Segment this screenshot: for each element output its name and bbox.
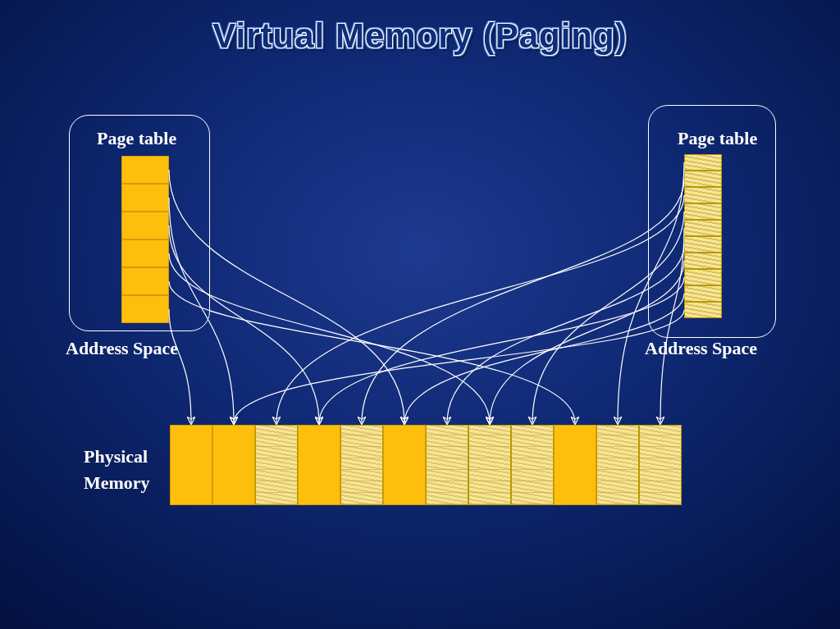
- right-page-table-cell: [684, 302, 722, 318]
- left-address-space-label: Address Space: [66, 338, 178, 359]
- right-page-table-cell: [684, 187, 722, 203]
- mapping-arrow: [362, 179, 684, 423]
- right-page-table-cell: [684, 154, 722, 171]
- left-page-table-cell: [121, 212, 169, 239]
- right-address-space-label: Address Space: [645, 338, 757, 359]
- left-page-table-cell: [121, 239, 169, 267]
- mapping-arrow: [319, 277, 684, 423]
- physical-memory-cell: [511, 425, 554, 505]
- physical-memory-cell: [426, 425, 468, 505]
- mapping-arrow: [404, 294, 684, 423]
- left-page-table-cell: [121, 184, 169, 212]
- physical-memory-cell: [298, 425, 340, 505]
- physical-memory-cell: [255, 425, 298, 505]
- mapping-arrow: [276, 195, 684, 423]
- left-page-table-cell: [121, 267, 169, 295]
- physical-memory-cell: [212, 425, 255, 505]
- mapping-arrow: [234, 310, 684, 423]
- physical-memory-cell: [596, 425, 639, 505]
- physical-memory-cell: [468, 425, 511, 505]
- physical-memory-cell: [340, 425, 383, 505]
- right-page-table-cell: [684, 236, 722, 253]
- right-page-table-cell: [684, 269, 722, 285]
- right-page-table-cell: [684, 203, 722, 220]
- right-page-table-cell: [684, 171, 722, 187]
- right-page-table-cell: [684, 285, 722, 302]
- physical-memory-cell: [639, 425, 682, 505]
- left-page-table-label: Page table: [97, 128, 176, 149]
- mapping-arrow: [169, 253, 490, 423]
- right-page-table-cell: [684, 220, 722, 236]
- right-page-table-cell: [684, 253, 722, 269]
- physical-memory-cell: [383, 425, 426, 505]
- physical-memory-label-line2: Memory: [84, 472, 150, 494]
- right-page-table-label: Page table: [678, 128, 757, 149]
- physical-memory-cell: [170, 425, 212, 505]
- left-page-table-cell: [121, 156, 169, 184]
- mapping-arrow: [169, 281, 575, 423]
- physical-memory-cell: [554, 425, 596, 505]
- physical-memory-label-line1: Physical: [84, 446, 148, 467]
- slide-title: Virtual Memory (Paging): [0, 16, 840, 56]
- left-page-table-cell: [121, 295, 169, 323]
